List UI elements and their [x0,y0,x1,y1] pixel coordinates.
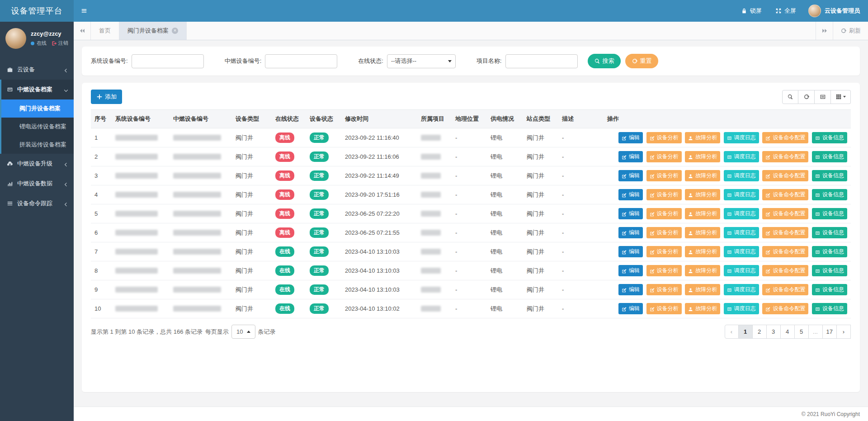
device-analysis-button[interactable]: 设备分析 [646,227,682,238]
sidebar-item-lithium-archive[interactable]: 锂电远传设备档案 [1,118,74,136]
fault-analysis-button[interactable]: 故障分析 [685,189,720,200]
device-analysis-button[interactable]: 设备分析 [646,284,682,295]
device-analysis-button[interactable]: 设备分析 [646,265,682,276]
device-info-button[interactable]: 设备信息 [812,284,847,295]
device-command-config-button[interactable]: 设备命令配置 [762,246,808,257]
fault-analysis-button[interactable]: 故障分析 [685,265,720,276]
fault-analysis-button[interactable]: 故障分析 [685,208,720,219]
reset-button[interactable]: 重置 [625,54,658,68]
device-info-button[interactable]: 设备信息 [812,170,847,181]
device-info-button[interactable]: 设备信息 [812,265,847,276]
project-name-input[interactable] [505,54,578,68]
fault-analysis-button[interactable]: 故障分析 [685,284,720,295]
device-info-button[interactable]: 设备信息 [812,208,847,219]
device-info-button[interactable]: 设备信息 [812,151,847,162]
fault-analysis-button[interactable]: 故障分析 [685,132,720,143]
page-button[interactable]: 1 [739,325,753,339]
device-command-config-button[interactable]: 设备命令配置 [762,265,808,276]
edit-button[interactable]: 编辑 [618,132,643,143]
device-command-config-button[interactable]: 设备命令配置 [762,132,808,143]
device-command-config-button[interactable]: 设备命令配置 [762,284,808,295]
device-analysis-button[interactable]: 设备分析 [646,170,682,181]
device-command-config-button[interactable]: 设备命令配置 [762,189,808,200]
device-info-button[interactable]: 设备信息 [812,303,847,314]
page-button[interactable]: 2 [753,325,767,339]
fault-analysis-button[interactable]: 故障分析 [685,151,720,162]
dispatch-log-button[interactable]: 调度日志 [724,151,759,162]
dispatch-log-button[interactable]: 调度日志 [724,170,759,181]
zr-no-input[interactable] [265,54,337,68]
device-command-config-button[interactable]: 设备命令配置 [762,151,808,162]
sidebar-item-command-track[interactable]: 设备命令跟踪 [0,194,74,213]
fault-analysis-button[interactable]: 故障分析 [685,303,720,314]
dispatch-log-button[interactable]: 调度日志 [724,303,759,314]
edit-button[interactable]: 编辑 [618,227,643,238]
sidebar-item-upgrade[interactable]: 中燃设备升级 [0,154,74,174]
device-analysis-button[interactable]: 设备分析 [646,246,682,257]
tab-valve-well-archive[interactable]: 阀门井设备档案 × [119,22,187,40]
device-analysis-button[interactable]: 设备分析 [646,208,682,219]
toolbar-columns-button[interactable] [831,90,851,104]
device-analysis-button[interactable]: 设备分析 [646,189,682,200]
sidebar-toggle-button[interactable] [74,0,94,22]
sidebar-item-zr-archive[interactable]: 中燃设备档案 [1,80,74,99]
device-command-config-button[interactable]: 设备命令配置 [762,227,808,238]
system-no-input[interactable] [132,54,204,68]
tabs-scroll-right-button[interactable] [816,22,833,40]
edit-button[interactable]: 编辑 [618,303,643,314]
sidebar-item-assembled-archive[interactable]: 拼装远传设备档案 [1,136,74,154]
device-analysis-button[interactable]: 设备分析 [646,151,682,162]
page-button[interactable]: 17 [823,325,837,339]
device-analysis-button[interactable]: 设备分析 [646,132,682,143]
page-button[interactable]: 5 [795,325,809,339]
page-size-select[interactable]: 10 [231,325,255,339]
toolbar-detail-view-button[interactable] [815,90,831,104]
dispatch-log-button[interactable]: 调度日志 [724,227,759,238]
page-button[interactable]: 4 [781,325,795,339]
tab-refresh-button[interactable]: 刷新 [833,22,868,40]
device-info-button[interactable]: 设备信息 [812,132,847,143]
dispatch-log-button[interactable]: 调度日志 [724,208,759,219]
edit-button[interactable]: 编辑 [618,189,643,200]
page-button[interactable]: › [837,325,851,339]
edit-button[interactable]: 编辑 [618,246,643,257]
edit-button[interactable]: 编辑 [618,265,643,276]
page-button[interactable]: 3 [767,325,781,339]
tab-close-icon[interactable]: × [172,28,178,34]
device-command-config-button[interactable]: 设备命令配置 [762,208,808,219]
edit-button[interactable]: 编辑 [618,151,643,162]
toolbar-search-button[interactable] [782,90,798,104]
dispatch-log-button[interactable]: 调度日志 [724,132,759,143]
sidebar-item-valve-well-archive[interactable]: 阀门井设备档案 [1,99,74,118]
dispatch-log-button[interactable]: 调度日志 [724,284,759,295]
device-command-config-button[interactable]: 设备命令配置 [762,303,808,314]
sidebar-item-cloud-device[interactable]: 云设备 [0,60,74,80]
device-info-button[interactable]: 设备信息 [812,189,847,200]
fault-analysis-button[interactable]: 故障分析 [685,227,720,238]
dispatch-log-button[interactable]: 调度日志 [724,265,759,276]
sidebar-item-data[interactable]: 中燃设备数据 [0,174,74,194]
user-menu-button[interactable]: 云设备管理员 [803,0,868,22]
edit-button[interactable]: 编辑 [618,208,643,219]
search-button[interactable]: 搜索 [588,54,621,68]
fault-analysis-button[interactable]: 故障分析 [685,170,720,181]
fullscreen-button[interactable]: 全屏 [769,0,803,22]
tab-home[interactable]: 首页 [91,22,119,40]
online-status-select[interactable]: --请选择-- [387,54,456,68]
page-button[interactable]: ... [809,325,823,339]
page-button[interactable]: ‹ [725,325,739,339]
edit-button[interactable]: 编辑 [618,284,643,295]
tabs-scroll-left-button[interactable] [74,22,91,40]
edit-button[interactable]: 编辑 [618,170,643,181]
device-analysis-button[interactable]: 设备分析 [646,303,682,314]
fault-analysis-button[interactable]: 故障分析 [685,246,720,257]
add-button[interactable]: 添加 [91,90,122,104]
device-info-button[interactable]: 设备信息 [812,227,847,238]
device-info-button[interactable]: 设备信息 [812,246,847,257]
device-command-config-button[interactable]: 设备命令配置 [762,170,808,181]
toolbar-refresh-button[interactable] [798,90,815,104]
logout-button[interactable]: 注销 [52,40,68,47]
lock-screen-button[interactable]: 锁屏 [734,0,769,22]
dispatch-log-button[interactable]: 调度日志 [724,246,759,257]
dispatch-log-button[interactable]: 调度日志 [724,189,759,200]
